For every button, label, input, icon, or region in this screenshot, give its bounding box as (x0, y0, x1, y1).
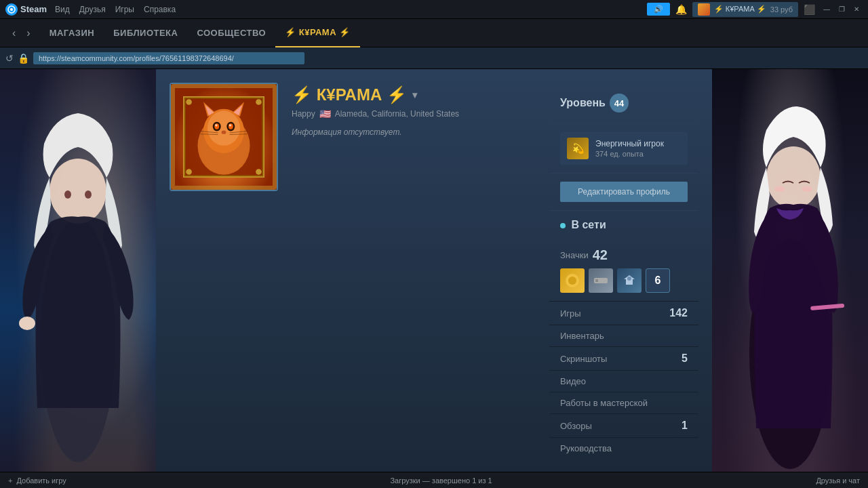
badge-eagle[interactable] (617, 268, 642, 293)
profile-dropdown[interactable]: ▾ (412, 89, 417, 100)
add-game-label[interactable]: Добавить игру (16, 476, 66, 485)
xp-title: Энергичный игрок (595, 139, 681, 148)
user-avatar-small (698, 3, 710, 16)
screenshots-row[interactable]: Скриншоты 5 (549, 346, 698, 370)
svg-point-9 (774, 186, 785, 192)
reviews-count: 1 (682, 420, 688, 432)
svg-point-34 (568, 277, 576, 285)
forward-button[interactable]: › (22, 26, 34, 41)
statusbar-left: + Добавить игру (8, 476, 66, 485)
user-chip[interactable]: ⚡ К¥РАМА ⚡ 33 руб (692, 2, 798, 17)
location-text: Alameda, California, United States (335, 109, 459, 119)
level-badge: Уровень 44 (560, 94, 629, 113)
level-number: 44 (610, 94, 629, 113)
menu-help[interactable]: Справка (144, 5, 176, 14)
badge-silver[interactable] (589, 268, 613, 293)
svg-point-1 (10, 8, 13, 11)
close-button[interactable]: ✕ (850, 3, 863, 16)
svg-point-37 (627, 277, 631, 281)
bg-right (712, 69, 868, 472)
add-game-icon: + (8, 476, 12, 485)
svg-point-22 (222, 131, 226, 134)
games-label: Игры (560, 308, 581, 319)
badge-gold[interactable] (560, 268, 585, 293)
badges-label: Значки 42 (560, 247, 688, 263)
nav-community[interactable]: СООБЩЕСТВО (187, 19, 275, 47)
workshop-label: Работы в мастерской (560, 398, 648, 408)
badges-count: 42 (593, 247, 608, 263)
char-art-right (712, 69, 868, 472)
svg-line-24 (201, 134, 218, 135)
url-input[interactable] (33, 52, 304, 64)
friends-chat-label[interactable]: Друзья и чат (816, 476, 860, 485)
back-button[interactable]: ‹ (8, 26, 20, 41)
statusbar-center: Загрузки — завершено 1 из 1 (66, 476, 816, 485)
svg-point-29 (186, 99, 192, 105)
level-section: Уровень 44 (549, 83, 698, 124)
guides-label: Руководства (560, 443, 612, 453)
svg-point-19 (229, 123, 233, 129)
char-art-left (0, 69, 156, 472)
center-content: ⚡ К¥РАМА ⚡ ▾ Happy 🇺🇸 Alameda, Californi… (156, 69, 712, 472)
workshop-row[interactable]: Работы в мастерской (549, 392, 698, 413)
games-row[interactable]: Игры 142 (549, 301, 698, 325)
guides-row[interactable]: Руководства (549, 437, 698, 459)
xp-info: Энергичный игрок 374 ед. опыта (595, 139, 681, 158)
nav-library[interactable]: БИБЛИОТЕКА (104, 19, 187, 47)
flag-icon: 🇺🇸 (319, 108, 331, 119)
svg-point-4 (64, 190, 71, 199)
profile-stats-side: Уровень 44 💫 Энергичный игрок 374 ед. оп… (549, 83, 698, 459)
status-text: Happy (292, 109, 315, 119)
anime-art-left (0, 69, 156, 472)
svg-point-31 (186, 169, 192, 175)
avatar-art (183, 96, 264, 178)
user-name-label: ⚡ К¥РАМА ⚡ (714, 5, 766, 14)
svg-point-10 (802, 186, 812, 192)
screenshots-count: 5 (682, 352, 688, 365)
xp-points: 374 ед. опыта (595, 150, 681, 158)
online-section: В сети (549, 210, 698, 247)
menu-friends[interactable]: Друзья (79, 5, 106, 14)
titlebar-menu: Вид Друзья Игры Справка (55, 5, 176, 14)
screenshots-label: Скриншоты (560, 354, 607, 364)
username: ⚡ К¥РАМА ⚡ (292, 85, 407, 104)
nav-store[interactable]: МАГАЗИН (40, 19, 104, 47)
steam-logo: Steam (5, 3, 47, 16)
xp-section: 💫 Энергичный игрок 374 ед. опыта (549, 124, 698, 174)
audio-button[interactable]: 🔊 (647, 3, 670, 16)
downloads-status: Загрузки — завершено 1 из 1 (390, 476, 492, 485)
inventory-label: Инвентарь (560, 331, 604, 341)
svg-point-8 (766, 146, 821, 209)
nav-profile[interactable]: ⚡ К¥РАМА ⚡ (275, 19, 360, 47)
badges-section: Значки 42 6 (549, 247, 698, 301)
menu-vid[interactable]: Вид (55, 5, 70, 14)
svg-point-16 (213, 122, 221, 131)
maximize-button[interactable]: ❐ (835, 3, 848, 16)
edit-profile-button[interactable]: Редактировать профиль (560, 182, 688, 202)
menu-games[interactable]: Игры (115, 5, 134, 14)
svg-rect-12 (183, 96, 264, 178)
nav-arrows: ‹ › (8, 26, 35, 41)
videos-label: Видео (560, 376, 586, 386)
minimize-button[interactable]: — (821, 3, 833, 16)
svg-point-32 (256, 169, 262, 175)
user-balance: 33 руб (770, 5, 793, 14)
inventory-row[interactable]: Инвентарь (549, 325, 698, 346)
svg-point-3 (50, 159, 106, 224)
svg-line-25 (230, 131, 248, 133)
refresh-button[interactable]: ↺ (5, 53, 14, 64)
titlebar-left: Steam Вид Друзья Игры Справка (5, 3, 176, 16)
steam-icon (5, 3, 18, 16)
svg-point-21 (229, 124, 231, 126)
reviews-row[interactable]: Обзоры 1 (549, 413, 698, 437)
svg-point-18 (214, 123, 219, 129)
videos-row[interactable]: Видео (549, 370, 698, 392)
badge-num6[interactable]: 6 (646, 268, 670, 293)
monitor-button[interactable]: ⬛ (804, 4, 815, 15)
svg-point-13 (197, 117, 250, 175)
notification-button[interactable]: 🔔 (675, 4, 687, 15)
svg-point-30 (256, 99, 262, 105)
reviews-label: Обзоры (560, 421, 592, 431)
svg-rect-36 (595, 279, 598, 282)
anime-art-right (712, 69, 868, 472)
